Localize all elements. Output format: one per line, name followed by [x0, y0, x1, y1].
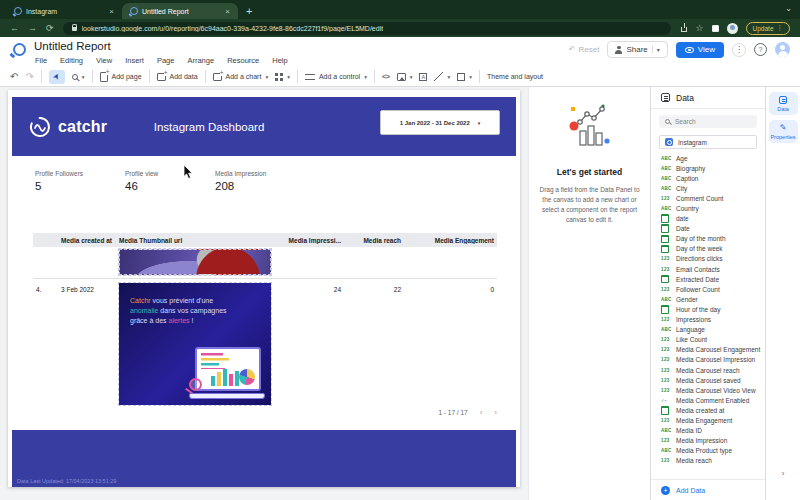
- menu-item[interactable]: Resource: [227, 56, 259, 65]
- browser-tab-untitled-report[interactable]: Untitled Report ×: [122, 3, 238, 19]
- field-item[interactable]: Age: [651, 153, 765, 163]
- field-item[interactable]: Directions clicks: [651, 254, 765, 264]
- field-item[interactable]: Day of the month: [651, 234, 765, 244]
- field-item[interactable]: Day of the week: [651, 244, 765, 254]
- previous-page-icon[interactable]: ‹: [480, 408, 483, 417]
- tab-search-chevron-icon[interactable]: ⌄: [785, 4, 792, 13]
- menu-item[interactable]: Editing: [60, 56, 83, 65]
- browser-profile-avatar[interactable]: [727, 23, 738, 34]
- menu-item[interactable]: Page: [157, 56, 175, 65]
- field-item[interactable]: Comment Count: [651, 193, 765, 203]
- field-item[interactable]: Biography: [651, 163, 765, 173]
- more-options-button[interactable]: ⋮: [732, 43, 746, 57]
- media-table[interactable]: Media created atMedia Thumbnail urlMedia…: [33, 233, 497, 407]
- insert-image-button[interactable]: ▾: [397, 73, 413, 81]
- reset-button[interactable]: ↶ Reset: [569, 45, 600, 54]
- zoom-tool-button[interactable]: ▾: [72, 74, 85, 80]
- add-chart-button[interactable]: Add a chart▾: [213, 73, 269, 81]
- field-item[interactable]: Language: [651, 325, 765, 335]
- field-item[interactable]: Media Impression: [651, 436, 765, 446]
- field-search[interactable]: [659, 115, 757, 128]
- report-canvas[interactable]: catchr Instagram Dashboard 1 Jan 2022 - …: [0, 87, 528, 500]
- menu-item[interactable]: Arrange: [187, 56, 214, 65]
- reload-icon[interactable]: ⟳: [46, 24, 54, 33]
- collapse-panel-icon[interactable]: ›: [782, 469, 785, 478]
- data-source-chip[interactable]: Instagram: [659, 135, 757, 149]
- back-icon[interactable]: ←: [10, 24, 19, 33]
- account-avatar[interactable]: [775, 42, 790, 57]
- insert-line-button[interactable]: ▾: [434, 72, 450, 81]
- undo-icon[interactable]: ↶: [10, 72, 18, 82]
- field-item[interactable]: Media Product type: [651, 446, 765, 456]
- field-item[interactable]: Caption: [651, 173, 765, 183]
- column-header: Media reach: [344, 237, 404, 244]
- browser-tab-instagram[interactable]: Instagram ×: [6, 3, 122, 19]
- rail-tab-properties[interactable]: ✎ Properties: [769, 120, 798, 143]
- control-slider-icon: [305, 72, 315, 81]
- menu-item[interactable]: View: [96, 56, 112, 65]
- share-caret-icon[interactable]: ▾: [652, 46, 660, 53]
- add-data-icon: [157, 73, 166, 81]
- field-item[interactable]: Media created at: [651, 405, 765, 415]
- view-button[interactable]: View: [676, 42, 724, 58]
- tab-close-icon[interactable]: ×: [225, 7, 230, 16]
- field-item[interactable]: Media ID: [651, 426, 765, 436]
- scorecard[interactable]: Profile Followers 5: [35, 170, 90, 192]
- field-item[interactable]: date: [651, 214, 765, 224]
- field-item[interactable]: Like Count: [651, 335, 765, 345]
- field-item[interactable]: Media reach: [651, 456, 765, 466]
- select-tool-button[interactable]: ➤: [49, 70, 65, 84]
- community-visualizations-button[interactable]: ▾: [275, 73, 290, 81]
- report-page[interactable]: catchr Instagram Dashboard 1 Jan 2022 - …: [8, 90, 520, 487]
- scorecard[interactable]: Media Impression 208: [215, 170, 270, 192]
- share-page-icon[interactable]: [681, 27, 687, 32]
- menu-item[interactable]: Help: [272, 56, 287, 65]
- tab-close-icon[interactable]: ×: [109, 7, 114, 16]
- bookmark-star-icon[interactable]: ☆: [695, 24, 703, 33]
- field-item[interactable]: Media Engagement: [651, 415, 765, 425]
- redo-icon[interactable]: ↷: [25, 72, 33, 82]
- field-item[interactable]: Media Carousel Impression: [651, 355, 765, 365]
- field-item[interactable]: Media Carousel saved: [651, 375, 765, 385]
- field-type-icon: [661, 297, 672, 302]
- help-icon[interactable]: ?: [754, 43, 767, 56]
- field-item[interactable]: Media Carousel Engagement: [651, 345, 765, 355]
- field-item[interactable]: Follower Count: [651, 284, 765, 294]
- add-data-button[interactable]: Add data: [157, 73, 198, 81]
- share-button[interactable]: Share ▾: [607, 41, 667, 58]
- field-item[interactable]: City: [651, 183, 765, 193]
- menu-item[interactable]: Insert: [125, 56, 144, 65]
- add-page-button[interactable]: Add page: [100, 72, 142, 82]
- looker-studio-logo[interactable]: [13, 43, 26, 56]
- report-title[interactable]: Untitled Report: [34, 40, 111, 52]
- insert-text-button[interactable]: A: [419, 73, 427, 81]
- field-item[interactable]: Media Comment Enabled: [651, 395, 765, 405]
- field-item[interactable]: Gender: [651, 294, 765, 304]
- add-control-button[interactable]: Add a control▾: [305, 72, 367, 81]
- field-item[interactable]: Impressions: [651, 315, 765, 325]
- add-data-button[interactable]: + Add Data: [651, 479, 765, 500]
- address-bar[interactable]: lookerstudio.google.com/u/0/reporting/6c…: [63, 22, 671, 35]
- next-page-icon[interactable]: ›: [494, 408, 497, 417]
- menu-item[interactable]: File: [35, 56, 47, 65]
- scorecard[interactable]: Profile view 46: [125, 170, 180, 192]
- search-input[interactable]: [675, 118, 755, 125]
- field-item[interactable]: Date: [651, 224, 765, 234]
- chrome-update-button[interactable]: Update ⋮: [746, 22, 790, 35]
- field-item[interactable]: Hour of the day: [651, 304, 765, 314]
- insert-shape-button[interactable]: ▾: [457, 73, 472, 81]
- dashboard-header-banner[interactable]: catchr Instagram Dashboard 1 Jan 2022 - …: [12, 97, 516, 156]
- rail-tab-data[interactable]: Data: [769, 92, 798, 115]
- date-range-control[interactable]: 1 Jan 2022 - 31 Dec 2022 ▾: [380, 110, 500, 135]
- field-item[interactable]: Media Carousel Video View: [651, 385, 765, 395]
- field-item[interactable]: Email Contacts: [651, 264, 765, 274]
- dashboard-footer-banner[interactable]: Data Last Updated: 17/04/2023 13:51:29: [12, 430, 516, 487]
- field-item[interactable]: Extracted Date: [651, 274, 765, 284]
- tab-group-icon[interactable]: [712, 25, 719, 32]
- new-tab-button[interactable]: +: [246, 5, 252, 19]
- theme-layout-button[interactable]: Theme and layout: [487, 73, 543, 80]
- field-item[interactable]: Country: [651, 203, 765, 213]
- field-item[interactable]: Media Carousel reach: [651, 365, 765, 375]
- embed-url-button[interactable]: <>: [382, 72, 390, 81]
- forward-icon[interactable]: →: [28, 24, 37, 33]
